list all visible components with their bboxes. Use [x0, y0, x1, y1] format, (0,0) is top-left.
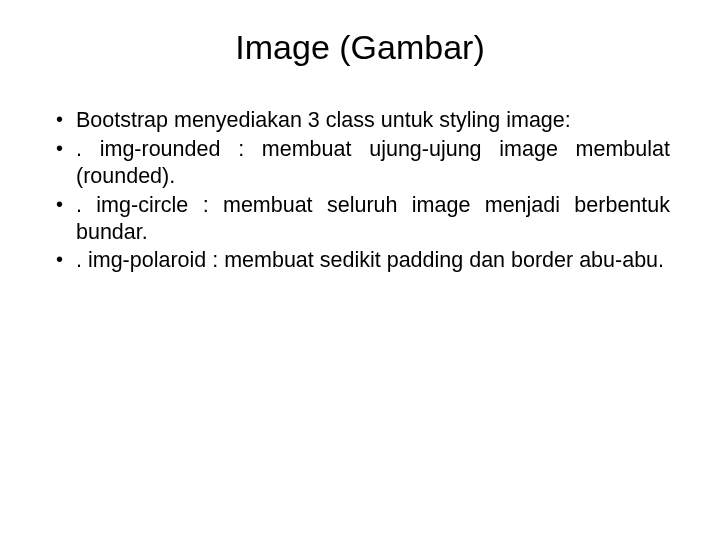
list-item: Bootstrap menyediakan 3 class untuk styl…	[50, 107, 670, 134]
list-item: . img-polaroid : membuat sedikit padding…	[50, 247, 670, 274]
list-item: . img-rounded : membuat ujung-ujung imag…	[50, 136, 670, 190]
bullet-list: Bootstrap menyediakan 3 class untuk styl…	[50, 107, 670, 274]
slide: Image (Gambar) Bootstrap menyediakan 3 c…	[0, 0, 720, 540]
list-item: . img-circle : membuat seluruh image men…	[50, 192, 670, 246]
slide-title: Image (Gambar)	[50, 28, 670, 67]
